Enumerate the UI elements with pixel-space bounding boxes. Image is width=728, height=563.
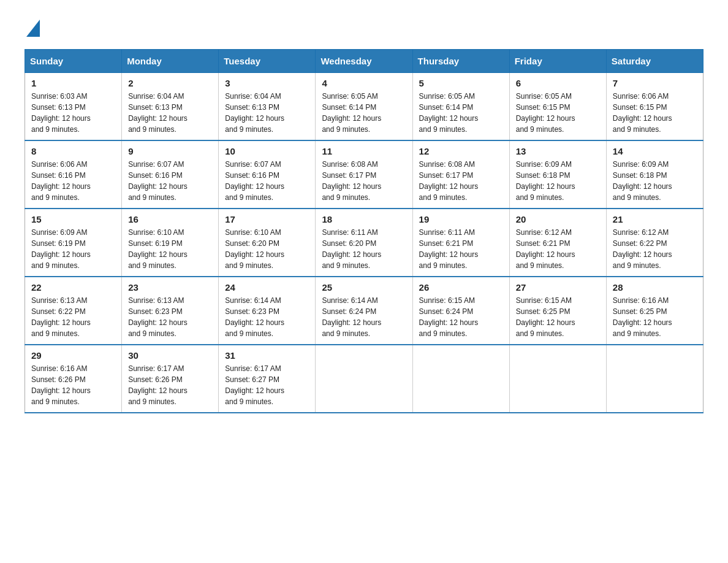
- day-number: 3: [225, 78, 309, 88]
- sunrise-label: Sunrise: 6:06 AM: [31, 160, 87, 169]
- day-info: Sunrise: 6:08 AM Sunset: 6:17 PM Dayligh…: [322, 159, 406, 203]
- calendar-cell: 21 Sunrise: 6:12 AM Sunset: 6:22 PM Dayl…: [606, 209, 703, 277]
- sunset-label: Sunset: 6:15 PM: [516, 103, 571, 112]
- calendar-cell: 12 Sunrise: 6:08 AM Sunset: 6:17 PM Dayl…: [412, 140, 509, 209]
- sunset-label: Sunset: 6:23 PM: [128, 307, 183, 316]
- col-wednesday: Wednesday: [316, 50, 412, 73]
- daylight-label: Daylight: 12 hours: [613, 114, 672, 123]
- col-monday: Monday: [122, 50, 219, 73]
- col-friday: Friday: [509, 50, 606, 73]
- day-number: 31: [225, 350, 309, 361]
- sunset-label: Sunset: 6:19 PM: [128, 239, 183, 248]
- col-thursday: Thursday: [412, 50, 509, 73]
- calendar-cell: 31 Sunrise: 6:17 AM Sunset: 6:27 PM Dayl…: [219, 345, 316, 413]
- daylight-continued: and 9 minutes.: [516, 329, 564, 338]
- daylight-label: Daylight: 12 hours: [322, 250, 381, 259]
- sunset-label: Sunset: 6:20 PM: [225, 239, 279, 248]
- daylight-label: Daylight: 12 hours: [225, 114, 284, 123]
- day-number: 5: [419, 78, 503, 88]
- daylight-continued: and 9 minutes.: [419, 193, 468, 202]
- week-row-2: 8 Sunrise: 6:06 AM Sunset: 6:16 PM Dayli…: [25, 140, 703, 209]
- day-number: 29: [31, 350, 115, 361]
- sunset-label: Sunset: 6:17 PM: [322, 171, 376, 180]
- week-row-4: 22 Sunrise: 6:13 AM Sunset: 6:22 PM Dayl…: [25, 277, 703, 345]
- day-number: 23: [128, 282, 212, 293]
- daylight-label: Daylight: 12 hours: [322, 114, 381, 123]
- sunset-label: Sunset: 6:14 PM: [322, 103, 376, 112]
- sunrise-label: Sunrise: 6:15 AM: [419, 296, 475, 305]
- sunrise-label: Sunrise: 6:09 AM: [31, 228, 87, 237]
- day-info: Sunrise: 6:13 AM Sunset: 6:23 PM Dayligh…: [128, 295, 212, 339]
- sunset-label: Sunset: 6:23 PM: [225, 307, 279, 316]
- daylight-label: Daylight: 12 hours: [31, 386, 91, 395]
- sunrise-label: Sunrise: 6:08 AM: [322, 160, 377, 169]
- daylight-label: Daylight: 12 hours: [516, 114, 575, 123]
- daylight-continued: and 9 minutes.: [516, 125, 564, 134]
- day-number: 19: [419, 214, 503, 224]
- daylight-label: Daylight: 12 hours: [613, 182, 672, 191]
- day-number: 15: [31, 214, 115, 224]
- sunset-label: Sunset: 6:15 PM: [613, 103, 667, 112]
- day-info: Sunrise: 6:12 AM Sunset: 6:21 PM Dayligh…: [516, 227, 600, 271]
- day-info: Sunrise: 6:14 AM Sunset: 6:24 PM Dayligh…: [322, 295, 406, 339]
- calendar-cell: 23 Sunrise: 6:13 AM Sunset: 6:23 PM Dayl…: [122, 277, 219, 345]
- daylight-continued: and 9 minutes.: [322, 329, 370, 338]
- daylight-continued: and 9 minutes.: [225, 125, 273, 134]
- sunset-label: Sunset: 6:13 PM: [31, 103, 86, 112]
- sunset-label: Sunset: 6:17 PM: [419, 171, 474, 180]
- day-info: Sunrise: 6:15 AM Sunset: 6:24 PM Dayligh…: [419, 295, 503, 339]
- calendar-cell: 2 Sunrise: 6:04 AM Sunset: 6:13 PM Dayli…: [122, 73, 219, 141]
- sunset-label: Sunset: 6:19 PM: [31, 239, 86, 248]
- calendar-cell: 29 Sunrise: 6:16 AM Sunset: 6:26 PM Dayl…: [25, 345, 122, 413]
- daylight-label: Daylight: 12 hours: [128, 318, 188, 327]
- sunrise-label: Sunrise: 6:04 AM: [128, 92, 184, 101]
- calendar-cell: 30 Sunrise: 6:17 AM Sunset: 6:26 PM Dayl…: [122, 345, 219, 413]
- daylight-continued: and 9 minutes.: [31, 329, 80, 338]
- day-info: Sunrise: 6:16 AM Sunset: 6:25 PM Dayligh…: [613, 295, 697, 339]
- sunrise-label: Sunrise: 6:17 AM: [128, 364, 184, 373]
- daylight-label: Daylight: 12 hours: [31, 114, 91, 123]
- sunset-label: Sunset: 6:22 PM: [31, 307, 86, 316]
- sunset-label: Sunset: 6:26 PM: [128, 375, 183, 384]
- day-number: 2: [128, 78, 212, 88]
- daylight-label: Daylight: 12 hours: [419, 250, 479, 259]
- daylight-continued: and 9 minutes.: [322, 125, 370, 134]
- daylight-continued: and 9 minutes.: [419, 125, 468, 134]
- day-number: 6: [516, 78, 600, 88]
- day-info: Sunrise: 6:04 AM Sunset: 6:13 PM Dayligh…: [128, 91, 212, 135]
- calendar-cell: 27 Sunrise: 6:15 AM Sunset: 6:25 PM Dayl…: [509, 277, 606, 345]
- daylight-label: Daylight: 12 hours: [322, 318, 381, 327]
- calendar-cell: 11 Sunrise: 6:08 AM Sunset: 6:17 PM Dayl…: [316, 140, 412, 209]
- col-saturday: Saturday: [606, 50, 703, 73]
- sunrise-label: Sunrise: 6:17 AM: [225, 364, 281, 373]
- calendar-cell: 17 Sunrise: 6:10 AM Sunset: 6:20 PM Dayl…: [219, 209, 316, 277]
- daylight-continued: and 9 minutes.: [128, 261, 176, 270]
- day-info: Sunrise: 6:16 AM Sunset: 6:26 PM Dayligh…: [31, 363, 115, 407]
- daylight-label: Daylight: 12 hours: [516, 182, 575, 191]
- daylight-continued: and 9 minutes.: [128, 193, 176, 202]
- daylight-continued: and 9 minutes.: [31, 261, 80, 270]
- logo: [25, 18, 40, 37]
- daylight-continued: and 9 minutes.: [516, 261, 564, 270]
- daylight-continued: and 9 minutes.: [419, 329, 468, 338]
- day-number: 8: [31, 146, 115, 156]
- sunset-label: Sunset: 6:16 PM: [31, 171, 86, 180]
- day-number: 18: [322, 214, 406, 224]
- day-number: 14: [613, 146, 697, 156]
- day-info: Sunrise: 6:14 AM Sunset: 6:23 PM Dayligh…: [225, 295, 309, 339]
- sunset-label: Sunset: 6:21 PM: [419, 239, 474, 248]
- daylight-continued: and 9 minutes.: [613, 193, 661, 202]
- daylight-continued: and 9 minutes.: [613, 329, 661, 338]
- calendar-cell: 18 Sunrise: 6:11 AM Sunset: 6:20 PM Dayl…: [316, 209, 412, 277]
- day-info: Sunrise: 6:06 AM Sunset: 6:15 PM Dayligh…: [613, 91, 697, 135]
- day-number: 12: [419, 146, 503, 156]
- day-info: Sunrise: 6:04 AM Sunset: 6:13 PM Dayligh…: [225, 91, 309, 135]
- daylight-continued: and 9 minutes.: [128, 397, 176, 406]
- daylight-label: Daylight: 12 hours: [128, 250, 188, 259]
- sunrise-label: Sunrise: 6:05 AM: [419, 92, 475, 101]
- calendar-cell: 24 Sunrise: 6:14 AM Sunset: 6:23 PM Dayl…: [219, 277, 316, 345]
- day-number: 16: [128, 214, 212, 224]
- col-sunday: Sunday: [25, 50, 122, 73]
- sunrise-label: Sunrise: 6:04 AM: [225, 92, 281, 101]
- day-number: 17: [225, 214, 309, 224]
